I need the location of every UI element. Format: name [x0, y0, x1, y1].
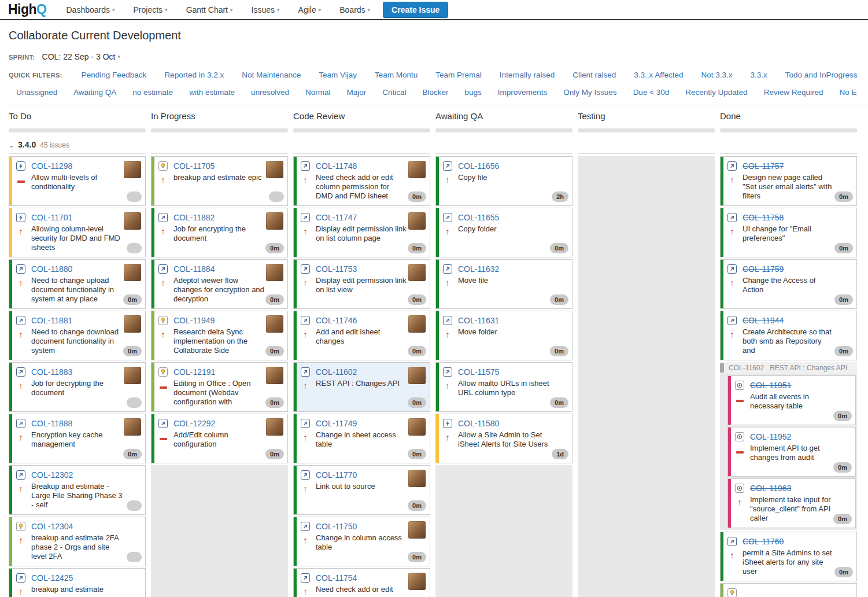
- issue-card[interactable]: ↑COL-11882Job for encrypting the documen…: [151, 208, 288, 257]
- quick-filter-internally-raised[interactable]: Internally raised: [500, 71, 555, 79]
- issue-key-link[interactable]: COL-11951: [750, 381, 791, 390]
- issue-card[interactable]: ↑COL-11655Copy folder0m: [435, 208, 572, 257]
- issue-key-link[interactable]: COL-11580: [458, 419, 499, 428]
- issue-key-link[interactable]: COL-11749: [316, 419, 357, 428]
- issue-card[interactable]: ↑COL-11754Need check add or edit: [293, 568, 430, 597]
- issue-key-link[interactable]: COL-12191: [173, 367, 215, 377]
- quick-filter-not-maintenance[interactable]: Not Maintenance: [242, 71, 301, 79]
- issue-key-link[interactable]: COL-11888: [31, 419, 72, 428]
- issue-key-link[interactable]: COL-11770: [316, 470, 357, 480]
- highq-logo[interactable]: HighQ: [8, 2, 47, 17]
- issue-key-link[interactable]: COL-11754: [316, 573, 357, 583]
- issue-key-link[interactable]: COL-11632: [458, 264, 499, 274]
- issue-card[interactable]: ↑COL-11883Job for decrypting the documen…: [9, 362, 146, 412]
- issue-card[interactable]: ↑COL-11632Move file0m: [435, 259, 572, 309]
- issue-key-link[interactable]: COL-12292: [173, 419, 215, 428]
- swimlane-header[interactable]: ⌄ 3.4.0 45 issues: [9, 140, 868, 149]
- quick-filter-blocker[interactable]: Blocker: [423, 88, 449, 97]
- quick-filter-team-vijay[interactable]: Team Vijay: [319, 71, 357, 79]
- quick-filter-improvements[interactable]: Improvements: [498, 88, 548, 97]
- nav-item-projects[interactable]: Projects▾: [134, 5, 168, 14]
- quick-filter-pending-feedback[interactable]: Pending Feedback: [82, 71, 147, 79]
- nav-item-boards[interactable]: Boards▾: [339, 5, 370, 14]
- issue-card[interactable]: ↑COL-11575Allow mailto URLs in isheet UR…: [435, 362, 572, 412]
- issue-card[interactable]: ↑COL-11760permit a Site Admins to set iS…: [720, 532, 857, 581]
- issue-card[interactable]: ↑COL-11884Adeptol viewer flow changes fo…: [151, 259, 288, 309]
- quick-filter-only-my-issues[interactable]: Only My Issues: [563, 88, 616, 97]
- create-issue-button[interactable]: Create Issue: [383, 2, 448, 18]
- quick-filter-major[interactable]: Major: [346, 88, 366, 97]
- quick-filter-review-required[interactable]: Review Required: [764, 88, 823, 97]
- issue-key-link[interactable]: COL-11758: [743, 213, 784, 222]
- quick-filter-team-premal[interactable]: Team Premal: [435, 71, 482, 79]
- issue-key-link[interactable]: COL-11944: [743, 316, 784, 325]
- issue-key-link[interactable]: COL-11882: [173, 213, 215, 222]
- issue-card[interactable]: ↑COL-11759Change the Access of Action0m: [720, 259, 857, 309]
- quick-filter-bugs[interactable]: bugs: [465, 88, 482, 97]
- issue-key-link[interactable]: COL-12425: [31, 573, 73, 583]
- issue-key-link[interactable]: COL-11746: [316, 316, 357, 325]
- quick-filter-3-3-x-affected[interactable]: 3.3..x Affected: [634, 71, 683, 79]
- issue-card[interactable]: ↑COL-11944Create Architecture so that bo…: [720, 311, 857, 360]
- issue-card[interactable]: ↑COL-11963Implement take input for "sour…: [727, 478, 856, 528]
- nav-item-issues[interactable]: Issues▾: [252, 5, 280, 14]
- issue-card[interactable]: ↑COL-12425breakup and estimate: [9, 568, 146, 597]
- quick-filter-todo-and-inprogress[interactable]: Todo and InProgress: [785, 71, 858, 79]
- quick-filter-no-e[interactable]: No E: [839, 88, 856, 97]
- quick-filter-3-3-x[interactable]: 3.3.x: [751, 71, 767, 79]
- issue-card[interactable]: ↑COL-11770Link out to source0m: [293, 465, 430, 515]
- issue-key-link[interactable]: COL-11298: [31, 161, 72, 171]
- issue-key-link[interactable]: COL-11963: [750, 484, 791, 493]
- issue-card[interactable]: ↑COL-11749Change in sheet access table0m: [293, 414, 430, 463]
- issue-key-link[interactable]: COL-11884: [173, 264, 215, 274]
- issue-key-link[interactable]: COL-11757: [743, 161, 784, 171]
- issue-key-link[interactable]: COL-12304: [31, 522, 73, 531]
- quick-filter-team-montu[interactable]: Team Montu: [375, 71, 418, 79]
- issue-key-link[interactable]: COL-11748: [316, 161, 357, 171]
- issue-card[interactable]: ↑COL-11888Encryption key cache managemen…: [9, 414, 146, 463]
- issue-card[interactable]: ↑COL-11748Need check add or edit column …: [293, 156, 430, 206]
- issue-card[interactable]: ↑COL-11750Change in column access table0…: [293, 517, 430, 566]
- issue-key-link[interactable]: COL-11881: [31, 316, 72, 325]
- issue-key-link[interactable]: COL-11883: [31, 367, 72, 377]
- issue-key-link[interactable]: COL-11656: [458, 161, 499, 171]
- issue-card[interactable]: ↑COL-11881Need to change download docume…: [9, 311, 146, 360]
- issue-key-link[interactable]: COL-11753: [316, 264, 357, 274]
- issue-card[interactable]: ↑COL-11753Display edit permission link o…: [293, 259, 430, 309]
- quick-filter-recently-updated[interactable]: Recently Updated: [685, 88, 747, 97]
- issue-card[interactable]: COL-11952Implement API to get changes fr…: [727, 427, 856, 477]
- issue-card[interactable]: ↑COL-11747Display edit permission link o…: [293, 208, 430, 257]
- issue-key-link[interactable]: COL-11880: [31, 264, 72, 274]
- issue-card[interactable]: COL-11951Audit all events in necessary t…: [727, 375, 856, 425]
- issue-card[interactable]: ↑COL-11580Allow a Site Admin to Set iShe…: [435, 414, 572, 463]
- issue-card[interactable]: COL-12292Add/Edit column configuration0m: [151, 414, 288, 463]
- nav-item-agile[interactable]: Agile▾: [298, 5, 322, 14]
- issue-key-link[interactable]: COL-11575: [458, 367, 499, 377]
- issue-key-link[interactable]: COL-12302: [31, 470, 73, 480]
- quick-filter-normal[interactable]: Normal: [305, 88, 331, 97]
- issue-key-link[interactable]: COL-11759: [743, 264, 784, 274]
- quick-filter-unassigned[interactable]: Unassigned: [16, 88, 57, 97]
- issue-card[interactable]: ↑COL-11949Research delta Sync implementa…: [151, 311, 288, 360]
- issue-key-link[interactable]: COL-11602: [316, 367, 357, 377]
- issue-key-link[interactable]: COL-11952: [750, 432, 791, 441]
- issue-card[interactable]: ↑COL-11758UI change for "Email preferenc…: [720, 208, 857, 257]
- issue-key-link[interactable]: COL-11747: [316, 213, 357, 222]
- issue-card[interactable]: ↑COL-11631Move folder0m: [435, 311, 572, 360]
- issue-card[interactable]: ↑COL-11746Add and edit isheet changes0m: [293, 311, 430, 360]
- sprint-selector[interactable]: COL: 22 Sep - 3 Oct▾: [42, 52, 120, 61]
- issue-card[interactable]: COL-11298Allow multi-levels of condition…: [9, 156, 146, 206]
- issue-card[interactable]: ↑COL-11880Need to change upload document…: [9, 259, 146, 309]
- issue-card[interactable]: ↑COL-12304breakup and estimate 2FA phase…: [9, 517, 146, 566]
- quick-filter-not-3-3-x[interactable]: Not 3.3.x: [701, 71, 733, 79]
- issue-card[interactable]: ↑COL-11705breakup and estimate epic: [151, 156, 288, 206]
- quick-filter-due-30d[interactable]: Due < 30d: [633, 88, 670, 97]
- issue-key-link[interactable]: COL-11655: [458, 213, 499, 222]
- issue-key-link[interactable]: COL-11705: [173, 161, 215, 171]
- quick-filter-no-estimate[interactable]: no estimate: [132, 88, 173, 97]
- issue-card[interactable]: ↑COL-12302Breakup and estimate - Large F…: [9, 465, 146, 515]
- issue-key-link[interactable]: COL-11631: [458, 316, 499, 325]
- issue-key-link[interactable]: COL-11760: [743, 537, 784, 546]
- issue-card[interactable]: ↑COL-11656Copy file2h: [435, 156, 572, 206]
- nav-item-gantt-chart[interactable]: Gantt Chart▾: [186, 5, 233, 14]
